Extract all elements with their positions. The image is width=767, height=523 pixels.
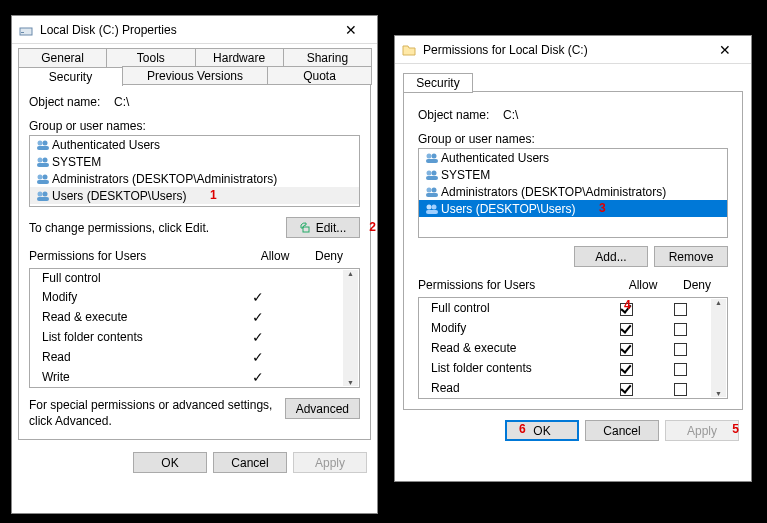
advanced-hint: For special permissions or advanced sett… — [29, 398, 285, 429]
perm-row: Modify — [419, 318, 711, 338]
permissions-table: Full control4 Modify Read & execute List… — [418, 297, 728, 399]
svg-point-11 — [38, 191, 43, 196]
properties-dialog: Local Disk (C:) Properties ✕ General Too… — [11, 15, 378, 514]
allow-mark: ✓ — [231, 369, 285, 385]
allow-header: Allow — [248, 249, 302, 263]
allow-checkbox[interactable] — [620, 303, 633, 316]
scrollbar[interactable] — [343, 270, 358, 386]
list-item[interactable]: Authenticated Users — [419, 149, 727, 166]
object-name-label: Object name: — [29, 95, 114, 109]
users-icon — [423, 169, 441, 181]
svg-rect-23 — [426, 193, 438, 197]
tab-security[interactable]: Security — [403, 73, 473, 93]
tab-security[interactable]: Security — [18, 67, 123, 86]
allow-header: Allow — [616, 278, 670, 292]
svg-point-8 — [38, 174, 43, 179]
svg-point-19 — [432, 170, 437, 175]
tabs-row-1: General Tools Hardware Sharing — [18, 48, 371, 67]
list-item[interactable]: Users (DESKTOP\Users)1 — [30, 187, 359, 204]
svg-point-9 — [43, 174, 48, 179]
cancel-button[interactable]: Cancel — [585, 420, 659, 441]
svg-point-16 — [432, 153, 437, 158]
cancel-button[interactable]: Cancel — [213, 452, 287, 473]
object-name-value: C:\ — [114, 95, 129, 109]
deny-checkbox[interactable] — [674, 323, 687, 336]
remove-button[interactable]: Remove — [654, 246, 728, 267]
svg-point-15 — [427, 153, 432, 158]
apply-button[interactable]: Apply — [293, 452, 367, 473]
deny-checkbox[interactable] — [674, 303, 687, 316]
annotation-2: 2 — [369, 220, 376, 234]
svg-point-21 — [427, 187, 432, 192]
svg-rect-4 — [37, 146, 49, 150]
permissions-header: Permissions for Users — [418, 278, 616, 292]
object-name-label: Object name: — [418, 108, 503, 122]
advanced-button[interactable]: Advanced — [285, 398, 360, 419]
list-item[interactable]: Administrators (DESKTOP\Administrators) — [30, 170, 359, 187]
allow-mark: ✓ — [231, 309, 285, 325]
apply-button[interactable]: Apply — [665, 420, 739, 441]
list-item[interactable]: Users (DESKTOP\Users)3 — [419, 200, 727, 217]
groups-listbox[interactable]: Authenticated Users SYSTEM Administrator… — [29, 135, 360, 207]
ok-button[interactable]: OK — [505, 420, 579, 441]
titlebar: Permissions for Local Disk (C:) ✕ — [395, 36, 751, 64]
perm-row: Read & execute✓ — [30, 307, 343, 327]
list-item[interactable]: SYSTEM — [30, 153, 359, 170]
list-item[interactable]: SYSTEM — [419, 166, 727, 183]
window-title: Permissions for Local Disk (C:) — [423, 43, 705, 57]
add-button[interactable]: Add... — [574, 246, 648, 267]
svg-rect-14 — [303, 227, 309, 232]
svg-rect-0 — [20, 28, 32, 35]
list-item[interactable]: Authenticated Users — [30, 136, 359, 153]
svg-point-2 — [38, 140, 43, 145]
object-name-value: C:\ — [503, 108, 518, 122]
svg-point-18 — [427, 170, 432, 175]
allow-checkbox[interactable] — [620, 363, 633, 376]
perm-row: Write✓ — [30, 367, 343, 387]
perm-row: Read✓ — [30, 347, 343, 367]
deny-checkbox[interactable] — [674, 383, 687, 396]
users-icon — [34, 190, 52, 202]
tab-general[interactable]: General — [18, 48, 107, 67]
dialog-buttons: OK Cancel Apply 6 5 — [395, 410, 751, 453]
deny-checkbox[interactable] — [674, 343, 687, 356]
ok-button[interactable]: OK — [133, 452, 207, 473]
deny-header: Deny — [670, 278, 724, 292]
deny-header: Deny — [302, 249, 356, 263]
close-button[interactable]: ✕ — [331, 18, 371, 42]
window-title: Local Disk (C:) Properties — [40, 23, 331, 37]
users-icon — [34, 156, 52, 168]
svg-rect-10 — [37, 180, 49, 184]
permissions-dialog: Permissions for Local Disk (C:) ✕ Securi… — [394, 35, 752, 482]
edit-button[interactable]: Edit... — [286, 217, 360, 238]
tab-tools[interactable]: Tools — [106, 48, 195, 67]
perm-row: Full control — [30, 269, 343, 287]
tab-quota[interactable]: Quota — [267, 66, 372, 85]
tab-sharing[interactable]: Sharing — [283, 48, 372, 67]
perm-row: Read — [419, 378, 711, 398]
allow-checkbox[interactable] — [620, 323, 633, 336]
tab-hardware[interactable]: Hardware — [195, 48, 284, 67]
annotation-3: 3 — [599, 201, 606, 215]
groups-label: Group or user names: — [29, 119, 360, 133]
allow-mark: ✓ — [231, 329, 285, 345]
allow-mark: ✓ — [231, 349, 285, 365]
svg-point-12 — [43, 191, 48, 196]
svg-rect-13 — [37, 197, 49, 201]
allow-checkbox[interactable] — [620, 383, 633, 396]
scrollbar[interactable] — [711, 299, 726, 397]
svg-point-25 — [432, 204, 437, 209]
deny-checkbox[interactable] — [674, 363, 687, 376]
perm-row: List folder contents — [419, 358, 711, 378]
close-button[interactable]: ✕ — [705, 38, 745, 62]
svg-rect-20 — [426, 176, 438, 180]
allow-checkbox[interactable] — [620, 343, 633, 356]
users-icon — [423, 152, 441, 164]
svg-point-6 — [43, 157, 48, 162]
svg-point-22 — [432, 187, 437, 192]
tab-previous-versions[interactable]: Previous Versions — [122, 66, 268, 85]
svg-rect-1 — [21, 32, 24, 33]
svg-point-3 — [43, 140, 48, 145]
list-item[interactable]: Administrators (DESKTOP\Administrators) — [419, 183, 727, 200]
groups-listbox[interactable]: Authenticated Users SYSTEM Administrator… — [418, 148, 728, 238]
